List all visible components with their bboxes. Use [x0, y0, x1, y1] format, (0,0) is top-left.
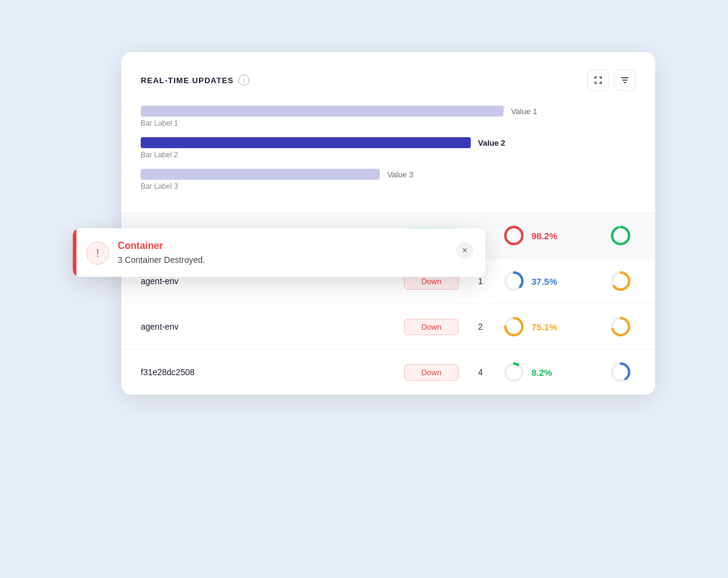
info-icon[interactable]: i: [238, 75, 249, 86]
donut-col-1: 98.2%: [502, 224, 599, 247]
host-name: agent-env: [141, 322, 394, 332]
count-col: 2: [468, 322, 493, 332]
alert-icon-wrap: !: [86, 242, 109, 265]
bar-row-1: Value 1Bar Label 1: [141, 106, 636, 127]
donut-chart-2: [609, 270, 632, 293]
table-row: agent-envDown275.1%: [121, 304, 655, 350]
alert-exclamation-icon: !: [96, 247, 99, 260]
count-col: 1: [468, 276, 493, 286]
donut-col-2: [609, 315, 636, 338]
bar-fill-3: [141, 169, 380, 180]
donut-chart-1: [502, 224, 525, 247]
donut-percentage: 75.1%: [531, 322, 558, 332]
host-name: agent-env: [141, 276, 394, 286]
donut-chart-1: [502, 361, 525, 384]
donut-chart-2: [609, 361, 632, 384]
alert-content: ! Container 3 Container Destroyed. ×: [76, 228, 485, 277]
chart-section: REAL-TIME UPDATES i: [121, 52, 655, 213]
bar-label-1: Bar Label 1: [141, 119, 636, 127]
alert-text: Container 3 Container Destroyed.: [118, 240, 448, 265]
alert-close-button[interactable]: ×: [456, 242, 473, 259]
donut-chart-2: [609, 315, 632, 338]
chart-header: REAL-TIME UPDATES i: [141, 69, 636, 91]
count-col: 4: [468, 367, 493, 377]
donut-col-2: [609, 361, 636, 384]
bar-row-2: Value 2Bar Label 2: [141, 137, 636, 159]
status-badge: Down: [404, 364, 459, 381]
donut-col-1: 8.2%: [502, 361, 599, 384]
bar-value-2: Value 2: [478, 138, 505, 148]
chart-title-group: REAL-TIME UPDATES i: [141, 75, 249, 86]
donut-col-2: [609, 270, 636, 293]
donut-percentage: 37.5%: [531, 276, 558, 287]
chart-actions: [587, 69, 636, 91]
bar-label-2: Bar Label 2: [141, 151, 636, 159]
filter-button[interactable]: [614, 69, 636, 91]
alert-body: 3 Container Destroyed.: [118, 255, 448, 265]
donut-percentage: 98.2%: [531, 231, 558, 241]
bar-fill-1: [141, 106, 504, 117]
alert-overlay: ! Container 3 Container Destroyed. ×: [73, 228, 485, 277]
donut-chart-2: [609, 224, 632, 247]
chart-title: REAL-TIME UPDATES: [141, 76, 234, 85]
donut-chart-1: [502, 270, 525, 293]
bar-value-1: Value 1: [511, 107, 537, 116]
donut-chart-1: [502, 315, 525, 338]
svg-point-4: [505, 227, 522, 244]
bar-chart: Value 1Bar Label 1Value 2Bar Label 2Valu…: [141, 106, 636, 191]
donut-col-1: 75.1%: [502, 315, 599, 338]
svg-point-15: [505, 364, 522, 381]
main-card: REAL-TIME UPDATES i: [121, 52, 655, 395]
bar-label-3: Bar Label 3: [141, 182, 636, 191]
donut-percentage: 8.2%: [531, 367, 552, 378]
bar-value-3: Value 3: [387, 170, 413, 179]
host-name: f31e28dc2508: [141, 367, 394, 377]
bar-row-3: Value 3Bar Label 3: [141, 169, 636, 191]
svg-point-6: [612, 227, 629, 244]
bar-fill-2: [141, 137, 471, 148]
alert-title: Container: [118, 240, 448, 251]
status-badge: Down: [404, 319, 459, 335]
donut-col-2: [609, 224, 636, 247]
table-row: f31e28dc2508Down48.2%: [121, 350, 655, 395]
expand-button[interactable]: [587, 69, 609, 91]
donut-col-1: 37.5%: [502, 270, 599, 293]
